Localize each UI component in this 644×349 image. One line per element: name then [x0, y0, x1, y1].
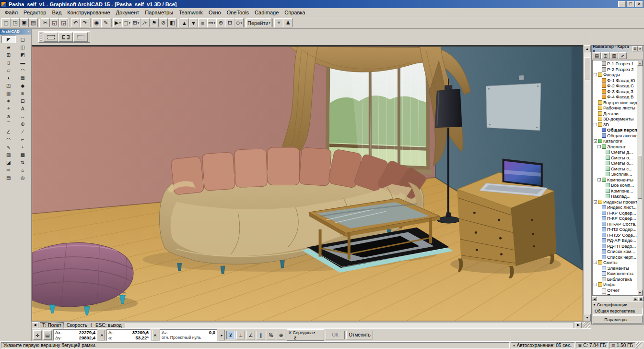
marquee-mode-button[interactable]: ▢▾: [122, 18, 131, 27]
navigator-tree-item[interactable]: Сметы о...: [593, 155, 637, 161]
toolbar-separator[interactable]: [39, 19, 40, 27]
navigator-tree-item[interactable]: - Каталоги: [593, 138, 637, 144]
gravity-button[interactable]: ⊘: [159, 18, 168, 27]
storey-down-button[interactable]: ▼: [189, 18, 198, 27]
navigator-vscrollbar[interactable]: ▲ ▼: [637, 60, 643, 295]
vscroll-track[interactable]: [584, 52, 591, 314]
toolbar-separator[interactable]: [245, 19, 246, 27]
dz-value[interactable]: 0,0: [209, 330, 215, 335]
navigator-tree-item[interactable]: Компоне...: [593, 188, 637, 194]
new-document-button[interactable]: ▢: [1, 18, 11, 27]
explore-walk-button[interactable]: ♟: [283, 18, 293, 27]
copy-button[interactable]: ◱: [50, 18, 59, 27]
text-tool[interactable]: A: [16, 105, 30, 112]
menu-item[interactable]: Документ: [113, 9, 142, 16]
navigator-tree-item[interactable]: Эксплик...: [593, 171, 637, 177]
scroll-right-icon[interactable]: ▶: [633, 296, 638, 301]
navigator-tree-item[interactable]: Список ком...: [593, 249, 637, 254]
navigator-tree-item[interactable]: Примечания: [593, 293, 637, 295]
current-view-field[interactable]: Общая перспектива: [593, 308, 643, 315]
menu-item[interactable]: OneTools: [224, 9, 252, 16]
menu-item[interactable]: Параметры: [142, 9, 176, 16]
layers-button[interactable]: ≡: [198, 18, 207, 27]
navigator-tree-item[interactable]: Все комп...: [593, 182, 637, 188]
navigator-tree-item[interactable]: РД-ГП Ведо...: [593, 243, 637, 249]
find-select-button[interactable]: ◉: [92, 18, 101, 27]
redo-button[interactable]: ↷: [80, 18, 89, 27]
angle-dimension-tool[interactable]: ∠: [1, 128, 16, 135]
toolbar-drag-handle[interactable]: [40, 33, 42, 41]
3d-viewport[interactable]: [32, 45, 583, 321]
angle-value[interactable]: 53,22°: [135, 335, 149, 340]
snap-offset-button[interactable]: ⊕: [277, 331, 285, 339]
navigator-tree-item[interactable]: Общая перспектива: [593, 127, 637, 133]
zone-tool[interactable]: ◰: [1, 82, 16, 89]
radial-dimension-tool[interactable]: ⌒: [1, 120, 16, 128]
navigator-tree-item[interactable]: Сметы о...: [593, 160, 637, 166]
tree-expander-icon[interactable]: -: [594, 283, 597, 286]
window-tool[interactable]: ⊞: [1, 51, 16, 59]
zoom-button[interactable]: ⊕: [216, 18, 225, 27]
marquee-thin-button[interactable]: [44, 32, 58, 42]
scroll-left-icon[interactable]: ◀: [592, 296, 597, 301]
navigator-tree-item[interactable]: - Элемент: [593, 144, 637, 150]
restore-button[interactable]: □: [627, 1, 634, 7]
menu-item[interactable]: Cadimage: [252, 9, 281, 16]
object-tool[interactable]: ⊡: [16, 97, 30, 105]
scroll-down-icon[interactable]: ▼: [584, 314, 591, 321]
toolbar-separator[interactable]: [272, 19, 273, 27]
interior-elevation-tool[interactable]: ⌂: [16, 166, 30, 174]
navigator-header[interactable]: Навигатор - Карта п... ⊡ ×: [592, 46, 644, 52]
marquee-lasso-button[interactable]: [73, 32, 88, 42]
tree-expander-icon[interactable]: -: [594, 123, 597, 126]
polyline-tool[interactable]: ⌐: [16, 135, 30, 143]
specifications-section[interactable]: ▼ Спецификации: [592, 301, 644, 308]
navigator-tree-item[interactable]: Р-1 Разрез 1: [593, 61, 637, 67]
tree-settings-icon[interactable]: ▦: [638, 296, 644, 301]
selection-mode-button[interactable]: ▶▾: [113, 18, 122, 27]
element-settings-button[interactable]: ✎: [101, 18, 110, 27]
save-button[interactable]: ▣: [20, 18, 29, 27]
viewport-vscrollbar[interactable]: ▲ ▼: [583, 45, 591, 321]
3d-scene[interactable]: [32, 47, 583, 321]
snap-angle-button[interactable]: ∠: [246, 331, 255, 339]
fill-tool[interactable]: ▨: [1, 151, 16, 158]
slab-tool[interactable]: ▱: [1, 66, 16, 74]
drawing-tool[interactable]: ◪: [1, 158, 16, 166]
navigator-tree-item[interactable]: - Сметы: [593, 260, 637, 265]
snap-point-caret-icon[interactable]: ▸: [314, 331, 316, 335]
navigator-layout-book-button[interactable]: ▥: [610, 52, 618, 59]
tracker-expand-icon[interactable]: ▸: [219, 330, 225, 340]
navigator-tree-item[interactable]: Ф-1 Фасад Ю: [593, 78, 637, 84]
tree-expander-icon[interactable]: -: [597, 178, 601, 181]
parameters-button[interactable]: Параметры...: [593, 315, 643, 324]
cut-button[interactable]: ✂: [41, 18, 50, 27]
stair-tool[interactable]: ≡: [16, 89, 30, 97]
scroll-right-icon[interactable]: ▶: [575, 322, 582, 328]
navigator-tree-item[interactable]: Сметы с...: [593, 166, 637, 172]
collapse-chevron-icon[interactable]: ▼: [593, 303, 596, 306]
snap-point-control[interactable]: ✕ Середина ▸ 2: [287, 329, 324, 341]
open-file-button[interactable]: ◳: [11, 18, 20, 27]
close-button[interactable]: ×: [635, 1, 643, 7]
navigator-tree-item[interactable]: Индекс лист...: [593, 205, 637, 210]
navigator-menu-button[interactable]: ⊡: [632, 46, 637, 51]
navigator-tree-item[interactable]: - Индексы проекта: [593, 199, 637, 205]
window-resize-grip[interactable]: [636, 342, 643, 349]
cancel-button[interactable]: Отменить: [346, 331, 373, 339]
spline-tool[interactable]: ∿: [1, 143, 16, 151]
menu-item[interactable]: Редактор: [21, 9, 49, 16]
toolbox-close-icon[interactable]: ×: [27, 29, 30, 35]
navigation-mode-badge[interactable]: Т: Полет: [40, 322, 64, 328]
marquee-tool[interactable]: ▢: [16, 36, 30, 43]
navigator-tree-item[interactable]: П-КР Содер...: [593, 210, 637, 216]
door-tool[interactable]: ◫: [16, 43, 30, 51]
snap-percent-button[interactable]: %: [267, 331, 275, 339]
tracker-options-button[interactable]: ▤: [43, 330, 52, 340]
navigator-tree-item[interactable]: Ф-2 Фасад С: [593, 83, 637, 89]
flag-button[interactable]: ⚑: [150, 18, 159, 27]
tracker-toggle-button[interactable]: ✛: [33, 330, 42, 340]
dy-value[interactable]: 29802,4: [79, 335, 95, 340]
navigator-tree-item[interactable]: Ф-4 Фасад В: [593, 94, 637, 100]
scroll-left-icon[interactable]: ◀: [32, 322, 38, 328]
